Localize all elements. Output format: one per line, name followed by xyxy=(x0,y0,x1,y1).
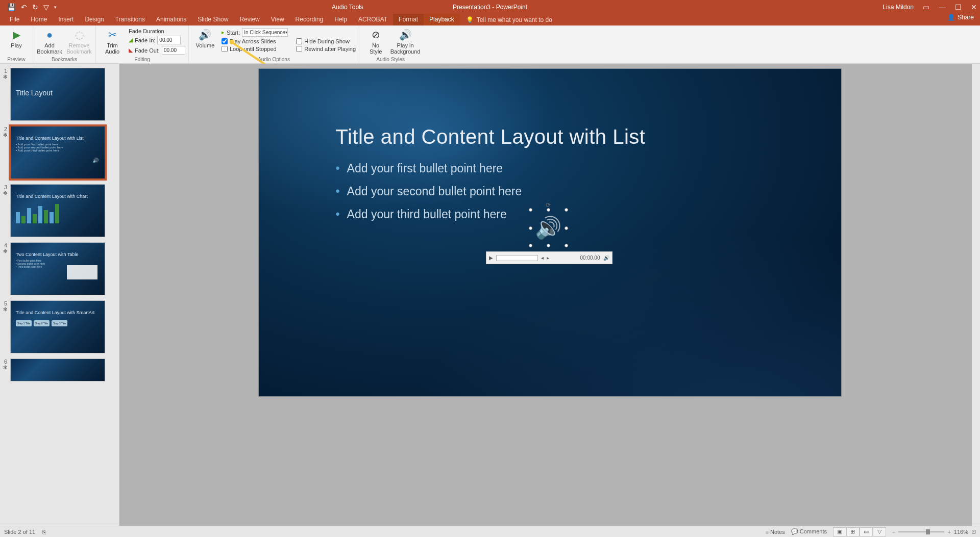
fade-out-input[interactable]: 00.00 xyxy=(162,46,185,55)
zoom-out-button[interactable]: − xyxy=(892,529,895,535)
reading-view-button[interactable]: ▭ xyxy=(860,527,873,536)
resize-handle[interactable] xyxy=(565,244,568,247)
fade-in-input[interactable]: 00.00 xyxy=(157,36,181,44)
fit-to-window-button[interactable]: ⊡ xyxy=(971,528,976,535)
slide-bullet[interactable]: Add your third bullet point here xyxy=(336,208,522,221)
minimize-icon[interactable]: — xyxy=(939,3,946,11)
tab-acrobat[interactable]: ACROBAT xyxy=(353,14,393,25)
play-in-background-button[interactable]: 🔊 Play in Background xyxy=(392,27,419,55)
rotate-handle-icon[interactable]: ⟳ xyxy=(546,201,551,209)
resize-handle[interactable] xyxy=(529,208,532,212)
skip-back-icon[interactable]: ◂ xyxy=(541,255,544,261)
thumb-title: Title and Content Layout with Chart xyxy=(16,194,100,199)
zoom-slider[interactable] xyxy=(898,531,944,532)
tab-playback[interactable]: Playback xyxy=(424,14,460,25)
redo-icon[interactable]: ↻ xyxy=(32,3,38,11)
group-label-styles: Audio Styles xyxy=(376,57,405,63)
thumbnail-3[interactable]: 3✻ Title and Content Layout with Chart xyxy=(1,184,116,237)
thumbnail-2[interactable]: 2✻ Title and Content Layout with List Ad… xyxy=(1,126,116,179)
tab-review[interactable]: Review xyxy=(234,14,265,25)
thumbnail-5[interactable]: 5✻ Title and Content Layout with SmartAr… xyxy=(1,300,116,353)
group-label-preview: Preview xyxy=(7,57,26,63)
tab-format[interactable]: Format xyxy=(393,14,424,25)
lightbulb-icon: 💡 xyxy=(466,16,474,23)
play-icon[interactable]: ▶ xyxy=(489,255,493,261)
thumbnail-1[interactable]: 1✻ Title Layout xyxy=(1,68,116,121)
undo-icon[interactable]: ↶ xyxy=(21,3,27,11)
tab-view[interactable]: View xyxy=(265,14,290,25)
save-icon[interactable]: 💾 xyxy=(7,3,16,11)
tab-animations[interactable]: Animations xyxy=(151,14,192,25)
resize-handle[interactable] xyxy=(565,208,568,212)
tab-transitions[interactable]: Transitions xyxy=(110,14,151,25)
tab-slideshow[interactable]: Slide Show xyxy=(192,14,234,25)
status-bar: Slide 2 of 11 ⎘ ≡ Notes 💬 Comments ▣ ⊞ ▭… xyxy=(0,526,980,537)
resize-handle[interactable] xyxy=(547,208,550,212)
comments-button[interactable]: 💬 Comments xyxy=(791,528,827,535)
slide-bullets[interactable]: Add your first bullet point here Add you… xyxy=(336,162,522,231)
tell-me-placeholder: Tell me what you want to do xyxy=(477,16,552,23)
hide-during-show-checkbox[interactable] xyxy=(296,38,302,44)
slide-bullet[interactable]: Add your second bullet point here xyxy=(336,185,522,198)
tab-insert[interactable]: Insert xyxy=(53,14,79,25)
resize-handle[interactable] xyxy=(565,226,568,230)
thumb-number: 2 xyxy=(4,126,7,132)
slide-bullet[interactable]: Add your first bullet point here xyxy=(336,162,522,175)
skip-forward-icon[interactable]: ▸ xyxy=(547,255,549,261)
add-bookmark-button[interactable]: ● Add Bookmark xyxy=(36,27,63,55)
volume-button[interactable]: 🔊 Volume xyxy=(192,27,218,48)
play-button[interactable]: ▶ Play xyxy=(3,27,30,48)
loop-checkbox[interactable] xyxy=(222,46,228,52)
tell-me-search[interactable]: 💡 Tell me what you want to do xyxy=(460,14,552,25)
maximize-icon[interactable]: ☐ xyxy=(955,3,962,11)
start-label: Start: xyxy=(227,30,240,36)
rewind-checkbox[interactable] xyxy=(296,46,302,52)
start-from-beginning-icon[interactable]: ▽ xyxy=(43,3,49,11)
contextual-tool-title: Audio Tools xyxy=(332,4,363,11)
no-style-icon: ⊘ xyxy=(370,29,382,41)
resize-handle[interactable] xyxy=(529,244,532,247)
play-across-label: Play Across Slides xyxy=(230,38,276,44)
ribbon-display-icon[interactable]: ▭ xyxy=(923,3,929,11)
slide-title[interactable]: Title and Content Layout with List xyxy=(336,125,646,148)
start-value: In Click Sequence xyxy=(244,30,285,35)
slide-thumbnails-pane[interactable]: 1✻ Title Layout 2✻ Title and Content Lay… xyxy=(0,64,119,526)
group-editing: ✂ Trim Audio Fade Duration ◢ Fade In: 00… xyxy=(96,25,189,63)
slideshow-view-button[interactable]: ▽ xyxy=(873,527,886,536)
thumbnail-6[interactable]: 6✻ xyxy=(1,359,116,381)
slide-editor[interactable]: Title and Content Layout with List Add y… xyxy=(119,64,980,526)
remove-bookmark-icon: ◌ xyxy=(73,29,85,41)
share-icon: 👤 xyxy=(947,14,955,21)
sorter-view-button[interactable]: ⊞ xyxy=(846,527,860,536)
thumbnail-4[interactable]: 4✻ Two Content Layout with Table First b… xyxy=(1,242,116,295)
quick-access-toolbar: 💾 ↶ ↻ ▽ ▾ xyxy=(0,3,57,11)
slide-canvas[interactable]: Title and Content Layout with List Add y… xyxy=(259,69,841,396)
spellcheck-icon[interactable]: ⎘ xyxy=(42,529,46,535)
resize-handle[interactable] xyxy=(547,244,550,247)
no-style-button[interactable]: ⊘ No Style xyxy=(362,27,389,55)
thumb-bullet: Add your third bullet point here xyxy=(16,149,100,152)
tab-recording[interactable]: Recording xyxy=(290,14,329,25)
resize-handle[interactable] xyxy=(529,226,532,230)
trim-label: Trim Audio xyxy=(105,42,119,55)
close-icon[interactable]: ✕ xyxy=(971,3,977,11)
user-name[interactable]: Lisa Mildon xyxy=(883,4,914,11)
play-across-slides-checkbox[interactable] xyxy=(222,38,228,44)
tab-home[interactable]: Home xyxy=(25,14,53,25)
tab-file[interactable]: File xyxy=(4,14,25,25)
notes-button[interactable]: ≡ Notes xyxy=(766,529,785,535)
vertical-scrollbar[interactable] xyxy=(972,64,980,526)
zoom-in-button[interactable]: + xyxy=(947,529,950,535)
tab-design[interactable]: Design xyxy=(79,14,109,25)
start-dropdown[interactable]: In Click Sequence ▾ xyxy=(242,28,288,37)
volume-label: Volume xyxy=(196,42,215,48)
audio-object[interactable]: ⟳ 🔊 xyxy=(534,214,562,242)
audio-track[interactable] xyxy=(496,255,538,261)
view-buttons: ▣ ⊞ ▭ ▽ xyxy=(833,527,886,536)
volume-icon[interactable]: 🔊 xyxy=(603,255,609,261)
share-button[interactable]: 👤 Share xyxy=(947,14,974,21)
normal-view-button[interactable]: ▣ xyxy=(833,527,846,536)
trim-audio-button[interactable]: ✂ Trim Audio xyxy=(99,27,126,55)
qat-dropdown-icon[interactable]: ▾ xyxy=(54,5,57,10)
tab-help[interactable]: Help xyxy=(329,14,353,25)
